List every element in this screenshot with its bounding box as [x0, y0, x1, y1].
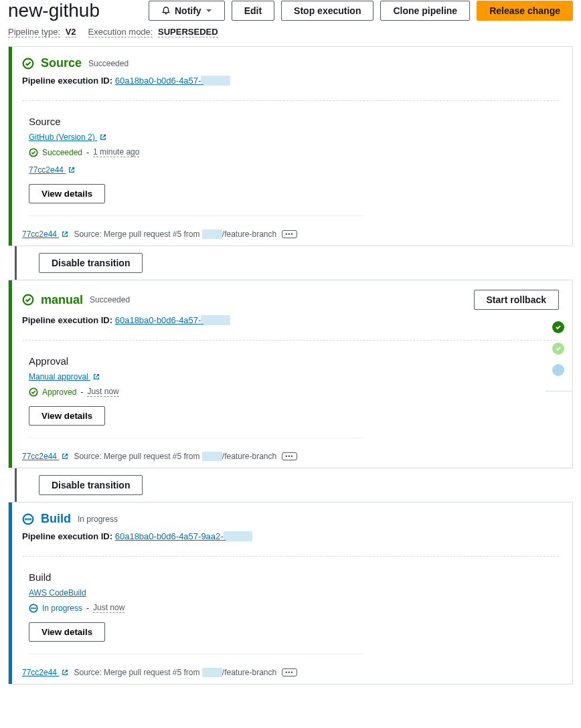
clone-pipeline-button[interactable]: Clone pipeline — [380, 1, 470, 21]
stage-status: In progress — [78, 515, 118, 524]
edit-button[interactable]: Edit — [232, 1, 274, 21]
stage-minimap — [545, 321, 572, 391]
action-card-build: Build AWS CodeBuild In progress - Just n… — [29, 565, 363, 654]
external-link-icon — [62, 453, 68, 460]
stage-source: Source Succeeded Pipeline execution ID: … — [8, 46, 573, 246]
commit-link[interactable]: 77cc2e44 — [22, 230, 68, 239]
stage-manual: manual Succeeded Start rollback Pipeline… — [8, 280, 573, 468]
separator: - — [86, 604, 89, 613]
action-card-approval: Approval Manual approval Approved - Just… — [29, 349, 363, 438]
pipeline-type-label: Pipeline type: — [8, 27, 60, 37]
commit-message: Source: Merge pull request #5 from xxxxx… — [74, 668, 276, 677]
stage-status: Succeeded — [88, 59, 129, 68]
action-status: Approved — [42, 387, 76, 397]
pipeline-type-value: V2 — [66, 27, 76, 37]
commit-link[interactable]: 77cc2e44 — [22, 668, 68, 677]
pipeline-execution-id: Pipeline execution ID: 60a18ba0-b0d6-4a5… — [22, 76, 559, 86]
stage-name: Source — [41, 56, 82, 70]
stage-build: Build In progress Pipeline execution ID:… — [8, 502, 573, 685]
stage-status: Succeeded — [90, 295, 130, 304]
progress-circle-icon — [29, 604, 38, 613]
svg-point-9 — [31, 608, 32, 608]
view-details-button[interactable]: View details — [29, 184, 105, 203]
exec-id-link[interactable]: 60a18ba0-b0d6-4a57- — [115, 76, 230, 86]
more-button[interactable]: ••• — [282, 452, 297, 460]
release-change-button[interactable]: Release change — [477, 1, 573, 21]
page-title: new-github — [8, 0, 100, 21]
divider — [22, 556, 559, 557]
external-link-icon — [93, 373, 100, 380]
minimap-divider — [545, 391, 572, 391]
view-details-button[interactable]: View details — [29, 622, 105, 642]
exec-id-label: Pipeline execution ID: — [22, 315, 112, 325]
commit-summary-row: 77cc2e44 Source: Merge pull request #5 f… — [22, 230, 559, 239]
separator: - — [80, 387, 83, 397]
commit-link[interactable]: 77cc2e44 — [22, 452, 68, 461]
check-circle-icon — [22, 294, 34, 306]
execution-mode-value: SUPERSEDED — [158, 27, 218, 37]
commit-summary-row: 77cc2e44 Source: Merge pull request #5 f… — [22, 452, 559, 461]
svg-point-10 — [33, 608, 34, 608]
divider — [22, 100, 559, 101]
svg-point-6 — [27, 519, 28, 519]
minimap-dot-succeeded[interactable] — [552, 343, 564, 355]
action-status: In progress — [42, 604, 82, 613]
svg-point-7 — [30, 519, 31, 519]
commit-message: Source: Merge pull request #5 from xxxxx… — [74, 452, 276, 461]
action-time: 1 minute ago — [93, 147, 139, 157]
notify-button[interactable]: Notify — [149, 1, 225, 21]
transition-2: Disable transition — [8, 468, 573, 502]
check-circle-icon — [29, 148, 38, 157]
commit-link[interactable]: 77cc2e44 — [29, 165, 75, 175]
provider-link[interactable]: Manual approval — [29, 372, 100, 381]
provider-link[interactable]: GitHub (Version 2) — [29, 132, 106, 142]
caret-down-icon — [205, 7, 212, 14]
exec-id-link[interactable]: 60a18ba0-b0d6-4a57- — [115, 315, 230, 325]
action-card-source: Source GitHub (Version 2) Succeeded - 1 … — [29, 109, 363, 216]
check-circle-icon — [29, 387, 38, 397]
provider-link[interactable]: AWS CodeBuild — [29, 588, 86, 598]
commit-summary-row: 77cc2e44 Source: Merge pull request #5 f… — [22, 668, 559, 677]
bell-icon — [161, 6, 171, 15]
svg-point-11 — [35, 608, 35, 608]
action-title: Approval — [29, 355, 363, 367]
check-circle-icon — [22, 58, 34, 70]
minimap-dot-inprogress[interactable] — [552, 364, 564, 376]
transition-1: Disable transition — [8, 246, 573, 280]
view-details-button[interactable]: View details — [29, 406, 105, 426]
commit-message: Source: Merge pull request #5 from xxxxx… — [74, 230, 276, 239]
action-time: Just now — [93, 603, 124, 613]
disable-transition-button[interactable]: Disable transition — [39, 253, 143, 273]
disable-transition-button[interactable]: Disable transition — [39, 475, 143, 495]
more-button[interactable]: ••• — [282, 230, 297, 238]
svg-point-5 — [25, 519, 26, 519]
exec-id-link[interactable]: 60a18ba0-b0d6-4a57-9aa2- — [115, 531, 253, 541]
action-time: Just now — [87, 387, 118, 397]
external-link-icon — [62, 231, 68, 238]
minimap-dot-succeeded[interactable] — [552, 321, 564, 333]
stage-name: Build — [41, 512, 71, 526]
action-title: Source — [29, 116, 363, 127]
stage-name: manual — [41, 293, 83, 307]
start-rollback-button[interactable]: Start rollback — [474, 290, 559, 310]
exec-id-label: Pipeline execution ID: — [22, 76, 112, 86]
separator: - — [86, 148, 89, 157]
action-title: Build — [29, 571, 363, 583]
execution-mode-label: Execution mode: — [88, 27, 153, 37]
pipeline-execution-id: Pipeline execution ID: 60a18ba0-b0d6-4a5… — [22, 315, 559, 325]
notify-label: Notify — [175, 5, 201, 16]
exec-id-label: Pipeline execution ID: — [22, 531, 112, 541]
pipeline-type: Pipeline type: V2 — [8, 27, 76, 37]
external-link-icon — [100, 134, 106, 141]
action-status: Succeeded — [42, 148, 82, 157]
external-link-icon — [68, 167, 75, 173]
divider — [22, 340, 559, 341]
execution-mode: Execution mode: SUPERSEDED — [88, 27, 218, 37]
pipeline-execution-id: Pipeline execution ID: 60a18ba0-b0d6-4a5… — [22, 531, 559, 541]
more-button[interactable]: ••• — [282, 668, 297, 676]
stop-execution-button[interactable]: Stop execution — [281, 1, 374, 21]
external-link-icon — [62, 669, 68, 676]
progress-circle-icon — [22, 513, 34, 525]
